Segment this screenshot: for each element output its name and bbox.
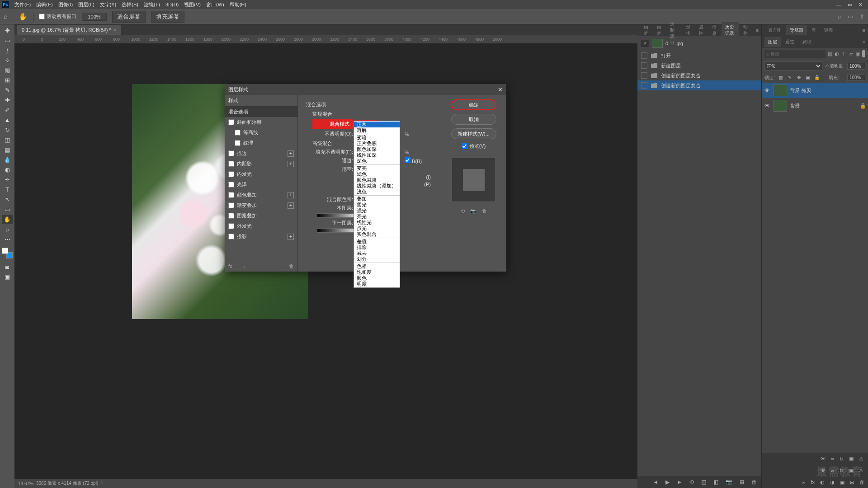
- wand-tool[interactable]: ✧: [2, 56, 13, 65]
- dropdown-option[interactable]: 差值: [354, 239, 400, 244]
- menu-filter[interactable]: 滤镜(T): [141, 1, 163, 8]
- mask2-icon[interactable]: ▣: [849, 456, 854, 462]
- style-item[interactable]: 内阴影+: [225, 159, 297, 169]
- style-item[interactable]: 投影+: [225, 231, 297, 242]
- heal-tool[interactable]: ✚: [2, 96, 13, 104]
- hist-new-icon[interactable]: ⊞: [740, 479, 744, 485]
- filter-smart-icon[interactable]: ▣: [855, 51, 860, 57]
- fx-footer-icon[interactable]: fx: [228, 263, 232, 269]
- down-icon[interactable]: ↓: [244, 263, 246, 269]
- panel-menu-icon[interactable]: ≡: [753, 28, 761, 33]
- frame-tool[interactable]: ⊞: [2, 76, 13, 84]
- style-item[interactable]: 渐变叠加+: [225, 200, 297, 211]
- preview-icon1[interactable]: ⟲: [461, 208, 465, 214]
- dropdown-option[interactable]: 排除: [354, 244, 400, 250]
- share-icon[interactable]: ⇪: [859, 13, 864, 20]
- dropdown-option[interactable]: 亮光: [354, 214, 400, 220]
- dropdown-option[interactable]: 强光: [354, 208, 400, 214]
- status-zoom[interactable]: 16.67%: [18, 481, 33, 486]
- scroll-all-checkbox[interactable]: 滚动所有窗口: [39, 13, 76, 20]
- dropdown-option[interactable]: 明度: [354, 281, 400, 287]
- hist-play-icon[interactable]: ▶: [665, 479, 670, 485]
- menu-image[interactable]: 图像(I): [56, 1, 75, 8]
- shape-tool[interactable]: ▭: [2, 205, 13, 214]
- lock-paint-icon[interactable]: ✎: [787, 75, 793, 80]
- blend-mode-dropdown-list[interactable]: 正常溶解变暗正片叠底颜色加深线性加深深色变亮滤色颜色减淡线性减淡（添加）浅色叠加…: [354, 121, 400, 288]
- layer-item[interactable]: 👁背景🔒: [762, 98, 868, 113]
- lock-artboard-icon[interactable]: ▣: [805, 75, 811, 80]
- path-tool[interactable]: ↖: [2, 195, 13, 204]
- zoom-tool[interactable]: ⌕: [2, 225, 13, 234]
- fill-value[interactable]: 100%: [847, 74, 865, 81]
- dropdown-option[interactable]: 深色: [354, 158, 400, 164]
- blur-tool[interactable]: 💧: [2, 155, 13, 164]
- filter-toggle[interactable]: [862, 50, 865, 57]
- fill-screen-button[interactable]: 填充屏幕: [151, 11, 184, 23]
- brush-tool[interactable]: ✐: [2, 106, 13, 114]
- history-item[interactable]: 打开: [637, 51, 761, 61]
- dropdown-option[interactable]: 浅色: [354, 189, 400, 195]
- ok-button[interactable]: 确定: [451, 99, 496, 110]
- window-close-icon[interactable]: ✕: [859, 2, 863, 8]
- dropdown-option[interactable]: 线性光: [354, 220, 400, 225]
- fit-screen-button[interactable]: 适合屏幕: [112, 11, 146, 23]
- tab-paths[interactable]: 路径: [799, 37, 815, 47]
- style-item[interactable]: 内发光: [225, 169, 297, 179]
- blend-options-item[interactable]: 混合选项: [225, 107, 297, 117]
- new-layer-icon[interactable]: ⊞: [850, 479, 854, 485]
- quickmask-tool[interactable]: ◙: [2, 263, 13, 271]
- type-tool[interactable]: T: [2, 185, 13, 194]
- opacity-value[interactable]: 100%: [847, 63, 865, 70]
- dropdown-option[interactable]: 变亮: [354, 165, 400, 171]
- dropdown-option[interactable]: 线性减淡（添加）: [354, 183, 400, 189]
- dropdown-option[interactable]: 变暗: [354, 135, 400, 141]
- lock-position-icon[interactable]: ✥: [796, 75, 802, 80]
- preview-icon3[interactable]: 🗑: [482, 208, 487, 214]
- hist-prev-icon[interactable]: ◄: [653, 479, 658, 485]
- up-icon[interactable]: ↑: [237, 263, 240, 269]
- style-item[interactable]: 颜色叠加+: [225, 190, 297, 200]
- dropdown-option[interactable]: 滤色: [354, 171, 400, 177]
- move-tool[interactable]: ✥: [2, 26, 13, 35]
- eraser-tool[interactable]: ◫: [2, 136, 13, 144]
- workspace-icon[interactable]: ▭: [848, 13, 853, 20]
- dropdown-option[interactable]: 柔光: [354, 202, 400, 208]
- preview-checkbox[interactable]: 预览(V): [462, 143, 486, 150]
- hist-snapshot-icon[interactable]: 📷: [726, 479, 732, 485]
- filter-adjust-icon[interactable]: ◐: [834, 51, 839, 57]
- dropdown-option[interactable]: 实色混合: [354, 231, 400, 237]
- edit-toolbar[interactable]: ⋯: [2, 235, 13, 244]
- dropdown-option[interactable]: 饱和度: [354, 269, 400, 275]
- color-swatch[interactable]: [2, 248, 13, 258]
- channel-b-check[interactable]: [405, 157, 410, 163]
- hist-icon1[interactable]: ⟲: [689, 479, 694, 485]
- warn-icon[interactable]: ⚠: [859, 456, 863, 462]
- dropdown-option[interactable]: 划分: [354, 256, 400, 262]
- layer-filter-input[interactable]: [764, 50, 826, 58]
- document-tab[interactable]: 0.11.jpg @ 16.7% (背景 拷贝, RGB/8#) * ×: [17, 25, 121, 35]
- zoom-level[interactable]: 100%: [82, 13, 106, 21]
- search-icon[interactable]: ⌕: [838, 13, 841, 20]
- layer-fx-icon[interactable]: fx: [811, 479, 815, 485]
- style-item[interactable]: 图案叠加: [225, 211, 297, 221]
- tab-adjust[interactable]: 调整: [821, 25, 837, 35]
- window-restore-icon[interactable]: ▭: [848, 2, 852, 8]
- menu-view[interactable]: 视图(V): [181, 1, 203, 8]
- menu-layer[interactable]: 图层(L): [75, 1, 97, 8]
- dropdown-option[interactable]: 正常: [354, 122, 400, 127]
- hand-tool[interactable]: ✋: [2, 215, 13, 224]
- blend-mode-select[interactable]: 正常: [764, 61, 822, 70]
- panel-menu-icon[interactable]: ≡: [860, 28, 868, 33]
- panel-menu-icon[interactable]: ≡: [860, 39, 868, 45]
- filter-type-icon[interactable]: T: [841, 51, 846, 56]
- dropdown-option[interactable]: 减去: [354, 250, 400, 256]
- style-item[interactable]: 外发光: [225, 221, 297, 231]
- dropdown-option[interactable]: 溶解: [354, 127, 400, 133]
- menu-file[interactable]: 文件(F): [12, 1, 33, 8]
- hand-tool-icon[interactable]: ✋: [19, 12, 28, 21]
- dropdown-option[interactable]: 颜色加深: [354, 146, 400, 152]
- style-item[interactable]: 纹理: [225, 138, 297, 148]
- history-item[interactable]: 新建图层: [637, 61, 761, 70]
- menu-window[interactable]: 窗口(W): [203, 1, 227, 8]
- filter-image-icon[interactable]: ▨: [827, 51, 832, 57]
